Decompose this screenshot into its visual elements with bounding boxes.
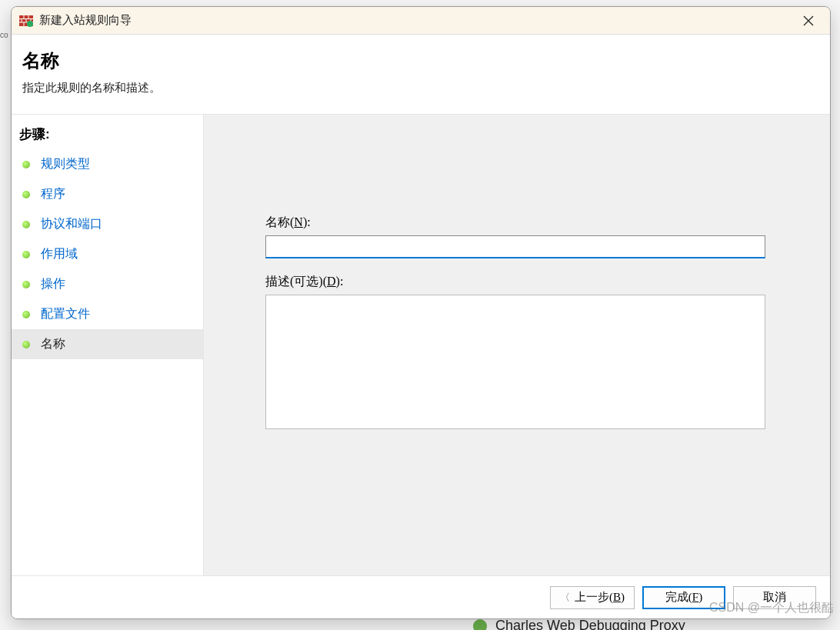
step-label: 操作	[41, 276, 65, 292]
steps-sidebar: 步骤: 规则类型 程序 协议和端口 作用域 操作	[12, 115, 204, 575]
page-description: 指定此规则的名称和描述。	[22, 81, 819, 95]
description-label: 描述(可选)(D):	[265, 274, 776, 290]
step-name[interactable]: 名称	[12, 329, 203, 359]
bullet-icon	[22, 341, 30, 348]
bullet-icon	[22, 251, 30, 258]
steps-header: 步骤:	[12, 119, 203, 149]
step-label: 规则类型	[41, 156, 90, 172]
titlebar: 新建入站规则向导	[12, 7, 830, 35]
step-protocol-port[interactable]: 协议和端口	[12, 209, 203, 239]
background-fragment: co	[0, 31, 8, 123]
close-icon	[803, 15, 814, 26]
back-button[interactable]: 〈 上一步(B)	[550, 586, 635, 609]
background-charles-row: Charles Web Debugging Proxy	[473, 618, 685, 630]
step-scope[interactable]: 作用域	[12, 239, 203, 269]
firewall-icon	[19, 14, 33, 28]
header-section: 名称 指定此规则的名称和描述。	[12, 35, 830, 115]
footer: 〈 上一步(B) 完成(F) 取消	[12, 575, 830, 618]
name-input[interactable]	[265, 235, 765, 258]
window-title: 新建入站规则向导	[39, 13, 795, 28]
close-button[interactable]	[795, 9, 822, 32]
back-label: 上一步(B)	[575, 590, 625, 605]
wizard-dialog: 新建入站规则向导 名称 指定此规则的名称和描述。 步骤: 规则类型 程序 协	[11, 6, 831, 619]
chevron-left-icon: 〈	[560, 591, 570, 605]
bullet-icon	[22, 191, 30, 198]
finish-label: 完成(F)	[665, 590, 702, 605]
charles-text: Charles Web Debugging Proxy	[495, 618, 685, 630]
bullet-icon	[22, 221, 30, 228]
step-label: 协议和端口	[41, 216, 102, 232]
step-rule-type[interactable]: 规则类型	[12, 149, 203, 179]
page-title: 名称	[22, 48, 819, 73]
step-label: 程序	[41, 186, 65, 202]
bullet-icon	[22, 281, 30, 288]
body-section: 步骤: 规则类型 程序 协议和端口 作用域 操作	[12, 115, 830, 575]
bullet-icon	[22, 311, 30, 318]
step-program[interactable]: 程序	[12, 179, 203, 209]
step-action[interactable]: 操作	[12, 269, 203, 299]
main-content: 名称(N): 描述(可选)(D):	[204, 115, 830, 575]
step-label: 配置文件	[41, 306, 90, 322]
description-textarea[interactable]	[265, 295, 765, 429]
svg-point-10	[27, 21, 33, 27]
name-label: 名称(N):	[265, 215, 776, 231]
step-label: 名称	[41, 336, 65, 352]
step-profile[interactable]: 配置文件	[12, 299, 203, 329]
step-label: 作用域	[41, 246, 78, 262]
watermark: CSDN @一个人也很酷	[709, 600, 834, 616]
charles-icon	[473, 619, 487, 630]
bullet-icon	[22, 161, 30, 168]
